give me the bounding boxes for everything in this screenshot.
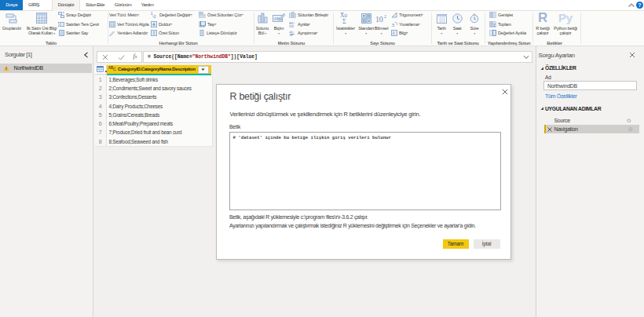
svg-text:2: 2 (154, 14, 156, 18)
svg-text:10: 10 (375, 15, 383, 24)
svg-text:Σ: Σ (493, 22, 496, 27)
svg-text:123: 123 (289, 24, 294, 27)
svg-text:1: 1 (151, 12, 153, 16)
svg-text:.5: .5 (391, 22, 394, 27)
svg-text:2: 2 (384, 14, 386, 19)
svg-text:abc: abc (289, 30, 294, 34)
svg-text:Σ: Σ (342, 18, 346, 24)
